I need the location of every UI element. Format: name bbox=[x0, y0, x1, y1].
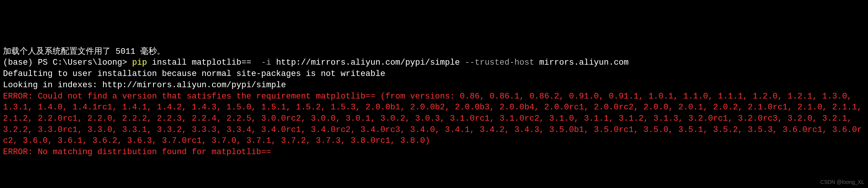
cmd-host: mirrors.aliyun.com bbox=[534, 58, 629, 67]
looking-indexes-message: Looking in indexes: http://mirrors.aliyu… bbox=[3, 80, 286, 90]
error-nomatch-message: ERROR: No matching distribution found fo… bbox=[3, 147, 271, 157]
terminal-output-line: Defaulting to user installation because … bbox=[3, 68, 865, 80]
cmd-flag-i: -i bbox=[261, 58, 271, 67]
cmd-pip: pip bbox=[132, 58, 147, 67]
terminal-error-line: ERROR: Could not find a version that sat… bbox=[3, 91, 865, 147]
error-versions-message: ERROR: Could not find a version that sat… bbox=[3, 92, 867, 146]
terminal-output-line: 加载个人及系统配置文件用了 5011 毫秒。 bbox=[3, 46, 865, 58]
cmd-flag-trusted-host: --trusted-host bbox=[465, 58, 534, 67]
terminal-error-line: ERROR: No matching distribution found fo… bbox=[3, 147, 865, 158]
cmd-url: http://mirrors.aliyun.com/pypi/simple bbox=[271, 58, 465, 67]
terminal-output-line: Looking in indexes: http://mirrors.aliyu… bbox=[3, 80, 865, 91]
cmd-args-1: install matplotlib== bbox=[147, 58, 261, 67]
prompt-prefix: (base) PS C:\Users\loong> bbox=[3, 58, 132, 67]
terminal-command-line[interactable]: (base) PS C:\Users\loong> pip install ma… bbox=[3, 57, 865, 68]
startup-message: 加载个人及系统配置文件用了 5011 毫秒。 bbox=[3, 47, 165, 56]
defaulting-message: Defaulting to user installation because … bbox=[3, 69, 385, 79]
watermark-text: CSDN @loong_XL bbox=[820, 179, 864, 186]
